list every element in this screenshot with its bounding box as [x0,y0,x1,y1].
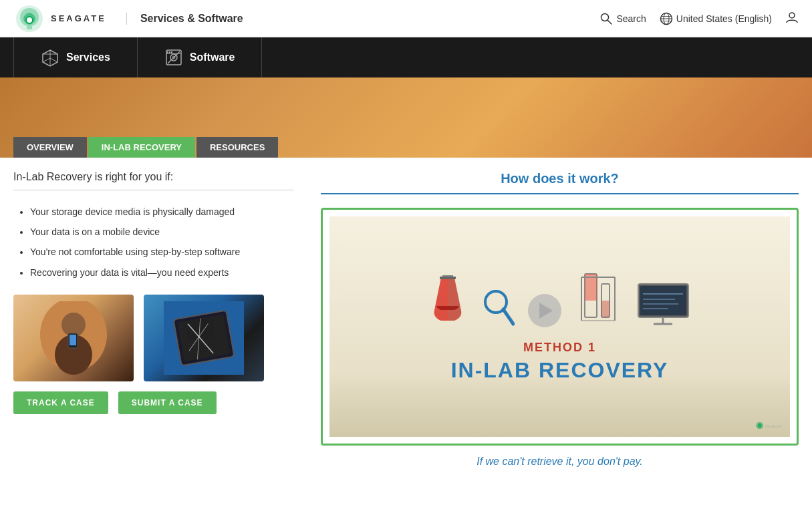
svg-line-13 [43,58,50,62]
nav-services-label: Services [66,51,110,63]
svg-point-1 [27,17,32,23]
magnifier-icon [481,287,515,327]
broken-device-image [144,295,264,381]
nav-software-label: Software [190,51,235,63]
seagate-brand-text: SEAGATE [51,13,106,23]
main-nav: Services Software [0,37,812,77]
header-right: Search United States (English) [599,11,799,26]
search-icon [599,12,613,25]
method-label: METHOD 1 [523,341,596,355]
locale-label: United States (English) [676,13,772,24]
svg-rect-30 [177,314,230,361]
locale-selector[interactable]: United States (English) [660,12,772,25]
svg-point-55 [758,424,761,427]
svg-point-9 [789,13,795,18]
cube-icon [41,48,59,67]
bullet-list: Your storage device media is physically … [13,204,294,281]
right-section-title: How does it work? [321,171,799,186]
hero-tabs: OVERVIEW IN-LAB RECOVERY RESOURCES [13,137,278,158]
hero-banner: OVERVIEW IN-LAB RECOVERY RESOURCES [0,77,812,158]
action-buttons-row: TRACK A CASE SUBMIT A CASE [13,391,294,414]
play-button[interactable] [528,294,561,327]
product-images-row [13,295,294,381]
submit-case-button[interactable]: SUBMIT A CASE [118,391,217,414]
video-thumbnail[interactable]: METHOD 1 IN-LAB RECOVERY SEAGATE [329,216,790,437]
list-item: Your storage device media is physically … [30,204,294,220]
list-item: You're not comfortable using step-by-ste… [30,244,294,261]
right-section-divider [321,193,799,194]
tab-inlab-recovery[interactable]: IN-LAB RECOVERY [88,137,195,158]
woman-with-phone-image [13,295,134,381]
section-divider [13,190,294,190]
user-icon [785,11,799,24]
seagate-watermark: SEAGATE [755,421,782,432]
svg-line-37 [503,309,513,324]
play-triangle-icon [539,303,553,319]
recovery-label: IN-LAB RECOVERY [451,358,669,383]
tab-overview[interactable]: OVERVIEW [13,137,87,158]
svg-rect-35 [440,277,456,279]
svg-line-14 [50,58,57,62]
main-content: In-Lab Recovery is right for you if: You… [0,158,812,481]
left-column: In-Lab Recovery is right for you if: You… [13,171,294,468]
flask-icon [428,274,468,327]
tagline-text: If we can't retrieve it, you don't pay. [321,456,799,468]
svg-rect-47 [640,286,686,315]
user-account-button[interactable] [785,11,799,26]
header-nav-title: Services & Software [126,13,243,25]
svg-text:SEAGATE: SEAGATE [765,424,782,428]
left-section-title: In-Lab Recovery is right for you if: [13,171,294,183]
svg-rect-41 [601,301,610,317]
right-column: How does it work? [321,171,799,468]
logo-area[interactable]: SEAGATE [13,3,106,35]
broken-device-illustration [164,301,244,375]
search-button[interactable]: Search [599,12,646,25]
svg-point-2 [601,13,609,21]
svg-rect-27 [70,335,76,345]
list-item: Your data is on a mobile device [30,224,294,240]
monitor-icon [635,281,692,327]
tab-resources[interactable]: RESOURCES [196,137,278,158]
video-icons [428,271,692,327]
search-label: Search [616,13,646,24]
seagate-logo-icon [13,3,45,35]
nav-item-services[interactable]: Services [13,37,138,77]
lab-equipment-icon [575,271,622,327]
woman-illustration [40,301,107,375]
seagate-watermark-logo: SEAGATE [755,421,782,430]
track-case-button[interactable]: TRACK A CASE [13,391,108,414]
video-container[interactable]: METHOD 1 IN-LAB RECOVERY SEAGATE [321,208,799,446]
globe-icon [660,12,673,25]
header-left: SEAGATE Services & Software [13,3,243,35]
list-item: Recovering your data is vital—you need e… [30,265,294,281]
nav-item-software[interactable]: Software [138,37,263,77]
disk-icon [164,48,183,67]
top-header: SEAGATE Services & Software Search Unite… [0,0,812,37]
svg-line-3 [608,20,612,24]
